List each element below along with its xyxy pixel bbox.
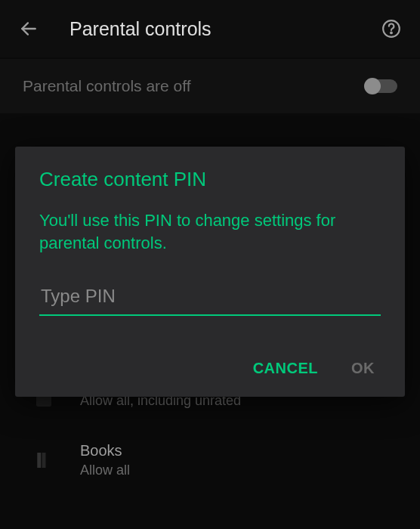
app-bar: Parental controls: [0, 0, 420, 57]
ok-button[interactable]: OK: [350, 355, 376, 382]
dialog-title: Create content PIN: [39, 168, 381, 191]
arrow-left-icon: [19, 19, 39, 39]
pin-input[interactable]: [39, 281, 381, 316]
help-icon: [381, 19, 401, 39]
dialog-actions: CANCEL OK: [39, 355, 381, 382]
parental-controls-status-label: Parental controls are off: [23, 77, 191, 95]
list-item-subtitle: Allow all: [80, 462, 130, 478]
back-button[interactable]: [15, 15, 42, 42]
list-item-texts: Books Allow all: [80, 442, 130, 478]
dialog-description: You'll use this PIN to change settings f…: [39, 209, 381, 254]
page-title: Parental controls: [69, 18, 378, 40]
help-button[interactable]: [378, 15, 405, 42]
cancel-button[interactable]: CANCEL: [252, 355, 320, 382]
toggle-knob: [364, 78, 381, 94]
svg-point-2: [391, 32, 392, 34]
parental-controls-status-row: Parental controls are off: [0, 59, 420, 113]
list-item-title: Books: [80, 442, 130, 459]
list-item[interactable]: Books Allow all: [0, 428, 420, 493]
parental-controls-toggle[interactable]: [366, 79, 397, 93]
create-pin-dialog: Create content PIN You'll use this PIN t…: [15, 147, 405, 397]
books-icon: [29, 445, 59, 475]
